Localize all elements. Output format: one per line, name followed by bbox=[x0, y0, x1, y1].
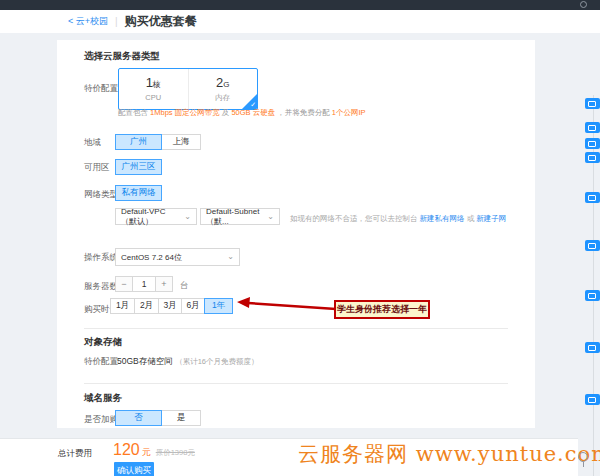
domain-option-no[interactable]: 否 bbox=[115, 410, 162, 426]
spec-config-label: 特价配置 bbox=[84, 83, 118, 95]
duration-option-6month[interactable]: 6月 bbox=[181, 298, 205, 314]
chevron-down-icon: ⌄ bbox=[267, 214, 274, 220]
subnet-select[interactable]: Default-Subnet（默... ⌄ bbox=[200, 208, 280, 225]
browser-topbar bbox=[0, 0, 600, 10]
bandwidth-highlight: 1Mbps 固定公网带宽 bbox=[150, 108, 220, 117]
cos-storage-size: 50GB存储空间 bbox=[117, 356, 173, 366]
vpc-select[interactable]: Default-VPC（默认） ⌄ bbox=[115, 208, 197, 225]
zone-option-guangzhou3[interactable]: 广州三区 bbox=[115, 159, 162, 175]
cpu-value: 1 bbox=[146, 75, 153, 90]
purchase-form-card: 选择云服务器类型 特价配置 1核 CPU 2G 内存 ✓ 配置包含 1Mbps … bbox=[57, 40, 535, 428]
annotation-arrow bbox=[236, 296, 338, 314]
extension-badge-icon[interactable] bbox=[585, 152, 600, 163]
disk-highlight: 50GB 云硬盘 bbox=[231, 108, 275, 117]
duration-option-1year[interactable]: 1年 bbox=[204, 298, 233, 314]
domain-addon-options: 否 是 bbox=[115, 410, 201, 426]
duration-options: 1月 2月 3月 6月 1年 bbox=[110, 298, 233, 314]
magnifier-icon[interactable] bbox=[578, 452, 588, 462]
chevron-down-icon: ⌄ bbox=[184, 214, 191, 220]
zone-label: 可用区 bbox=[84, 162, 110, 174]
duration-option-2month[interactable]: 2月 bbox=[134, 298, 159, 314]
back-arrow-icon: < bbox=[68, 16, 73, 26]
extension-badge-icon[interactable] bbox=[585, 342, 600, 353]
os-label: 操作系统 bbox=[84, 252, 118, 264]
confirm-purchase-button[interactable]: 确认购买 bbox=[114, 462, 154, 476]
quantity-stepper: − 1 + bbox=[115, 276, 173, 292]
total-price: 120 bbox=[113, 441, 140, 459]
spec-note-text: 配置包含 bbox=[118, 108, 150, 117]
quantity-unit: 台 bbox=[180, 280, 189, 292]
vpc-note: 如现有的网络不合适，您可以去控制台 新建私有网络 或 新建子网 bbox=[290, 214, 506, 224]
create-vpc-link[interactable]: 新建私有网络 bbox=[420, 214, 465, 223]
cos-value: 50GB存储空间 （累计16个月免费额度） bbox=[117, 356, 258, 368]
region-options: 广州 上海 bbox=[115, 134, 201, 150]
domain-addon-label: 是否加购 bbox=[84, 414, 118, 426]
cpu-unit: 核 bbox=[153, 80, 161, 89]
price-unit: 元 bbox=[142, 446, 151, 459]
vpc-select-value: Default-VPC（默认） bbox=[121, 207, 180, 227]
cpu-spec: 1核 CPU bbox=[119, 69, 188, 109]
ip-highlight: 1个公网IP bbox=[332, 108, 366, 117]
region-label: 地域 bbox=[84, 137, 101, 149]
extension-badge-icon[interactable] bbox=[585, 122, 600, 133]
extension-badge-icon[interactable] bbox=[585, 240, 600, 251]
quantity-value[interactable]: 1 bbox=[132, 276, 156, 292]
spec-card[interactable]: 1核 CPU 2G 内存 ✓ bbox=[118, 68, 258, 110]
extension-badge-icon[interactable] bbox=[585, 98, 600, 109]
checkout-footer: 总计费用 120 元 原价1398元 确认购买 bbox=[0, 438, 578, 476]
domain-option-yes[interactable]: 是 bbox=[161, 410, 201, 426]
section-cos-title: 对象存储 bbox=[84, 336, 122, 349]
screen: < 云+校园 | 购买优惠套餐 选择云服务器类型 特价配置 1核 CPU 2G … bbox=[0, 0, 600, 476]
network-options: 私有网络 bbox=[115, 185, 162, 201]
section-domain-title: 域名服务 bbox=[84, 392, 122, 405]
zone-options: 广州三区 bbox=[115, 159, 162, 175]
spec-note: 配置包含 1Mbps 固定公网带宽 及 50GB 云硬盘 ，并将免费分配 1个公… bbox=[118, 108, 366, 118]
section-divider bbox=[84, 328, 508, 329]
extension-badge-icon[interactable] bbox=[585, 192, 600, 203]
chevron-down-icon: ⌄ bbox=[227, 254, 234, 260]
original-price: 原价1398元 bbox=[156, 448, 195, 458]
plus-button[interactable]: + bbox=[155, 276, 173, 292]
breadcrumb-label: 云+校园 bbox=[76, 16, 108, 26]
duration-option-1month[interactable]: 1月 bbox=[110, 298, 135, 314]
minus-button[interactable]: − bbox=[115, 276, 133, 292]
breadcrumb-divider: | bbox=[115, 16, 118, 27]
user-avatar-icon[interactable] bbox=[580, 1, 587, 8]
page-title: 购买优惠套餐 bbox=[125, 13, 197, 30]
duration-option-3month[interactable]: 3月 bbox=[158, 298, 182, 314]
section-divider bbox=[84, 383, 508, 384]
breadcrumb-back-link[interactable]: < 云+校园 bbox=[68, 15, 108, 28]
annotation-callout: 学生身份推荐选择一年 bbox=[334, 300, 430, 319]
cpu-label: CPU bbox=[145, 93, 161, 102]
network-option-vpc[interactable]: 私有网络 bbox=[115, 185, 162, 201]
os-select-value: CentOS 7.2 64位 bbox=[121, 252, 182, 263]
memory-label: 内存 bbox=[215, 93, 230, 103]
cos-config-label: 特价配置 bbox=[84, 356, 118, 368]
region-option-shanghai[interactable]: 上海 bbox=[161, 134, 201, 150]
os-select[interactable]: CentOS 7.2 64位 ⌄ bbox=[115, 248, 240, 266]
memory-unit: G bbox=[223, 80, 229, 89]
subnet-select-value: Default-Subnet（默... bbox=[206, 207, 263, 227]
extension-badge-icon[interactable] bbox=[585, 290, 600, 301]
network-type-label: 网络类型 bbox=[84, 189, 118, 201]
extension-badge-icon[interactable] bbox=[585, 394, 600, 405]
total-cost-label: 总计费用 bbox=[58, 448, 92, 460]
create-subnet-link[interactable]: 新建子网 bbox=[476, 214, 506, 223]
page-header: < 云+校园 | 购买优惠套餐 bbox=[0, 10, 600, 33]
section-server-type-title: 选择云服务器类型 bbox=[84, 50, 160, 63]
extension-badge-icon[interactable] bbox=[585, 138, 600, 149]
cos-free-note: （累计16个月免费额度） bbox=[175, 357, 258, 366]
price-row: 120 元 原价1398元 bbox=[113, 441, 195, 459]
region-option-guangzhou[interactable]: 广州 bbox=[115, 134, 162, 150]
